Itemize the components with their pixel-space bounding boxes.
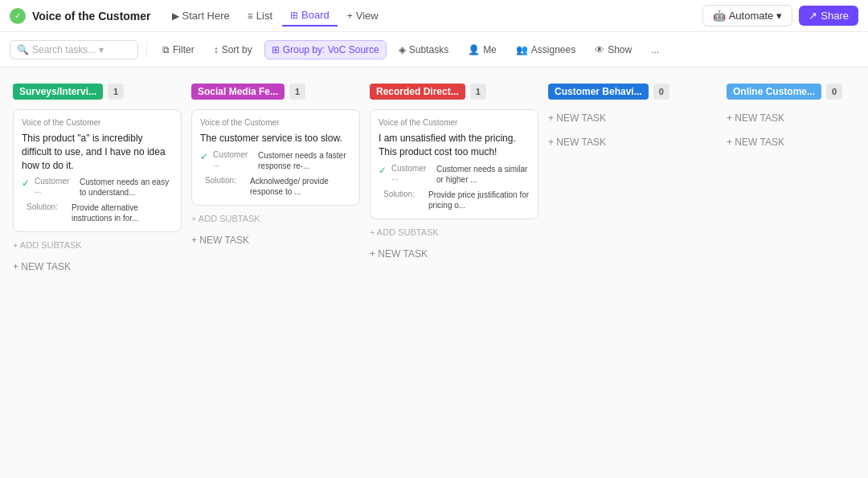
subtask-value: Acknolwedge/ provide response to ... bbox=[250, 176, 351, 197]
search-chevron: ▾ bbox=[99, 44, 104, 55]
tab-start-here[interactable]: ▶ Start Here bbox=[164, 6, 238, 26]
add-subtask-surveys[interactable]: + ADD SUBTASK bbox=[13, 239, 182, 251]
subtask-value: Provide alternative instructions in for.… bbox=[72, 202, 173, 223]
automate-icon: 🤖 bbox=[713, 10, 726, 22]
card-project: Voice of the Customer bbox=[379, 118, 530, 127]
tab-list[interactable]: ≡ List bbox=[240, 6, 280, 26]
tab-view-label: View bbox=[356, 10, 379, 22]
share-label: Share bbox=[821, 10, 849, 22]
assignees-button[interactable]: 👥 Assignees bbox=[509, 40, 583, 59]
column-label-recorded: Recorded Direct... bbox=[370, 84, 465, 100]
task-card[interactable]: Voice of the CustomerThe customer servic… bbox=[191, 109, 360, 206]
subtasks-label: Subtasks bbox=[409, 44, 448, 55]
add-task-online[interactable]: + NEW TASK bbox=[727, 133, 868, 151]
group-by-button[interactable]: ⊞ Group by: VoC Source bbox=[264, 40, 387, 59]
list-icon: ≡ bbox=[248, 10, 253, 22]
subtasks-button[interactable]: ◈ Subtasks bbox=[391, 40, 456, 59]
board: Surveys/Intervi...1Voice of the Customer… bbox=[0, 67, 868, 478]
column-header-behavior: Customer Behavi...0 bbox=[548, 80, 717, 103]
column-count-behavior: 0 bbox=[653, 84, 669, 100]
nav-tabs: ▶ Start Here ≡ List ⊞ Board + View bbox=[164, 5, 387, 27]
more-button[interactable]: ... bbox=[644, 40, 666, 59]
column-online: Online Custome...0+ NEW TASK+ NEW TASK bbox=[727, 80, 868, 465]
sort-label: Sort by bbox=[222, 44, 252, 55]
add-task-social[interactable]: + NEW TASK bbox=[191, 231, 360, 249]
card-project: Voice of the Customer bbox=[200, 118, 351, 127]
column-label-surveys: Surveys/Intervi... bbox=[13, 84, 103, 100]
subtask-value: Provide price justification for pricing … bbox=[428, 190, 530, 210]
me-label: Me bbox=[483, 44, 497, 55]
subtask-row: ✓Customer ...Customer needs a similar or… bbox=[379, 164, 530, 185]
top-right-actions: 🤖 Automate ▾ ↗ Share bbox=[702, 5, 858, 27]
automate-chevron: ▾ bbox=[776, 10, 782, 22]
add-task-behavior[interactable]: + NEW TASK bbox=[548, 133, 717, 151]
column-count-surveys: 1 bbox=[108, 84, 124, 100]
column-label-online: Online Custome... bbox=[727, 84, 821, 100]
show-button[interactable]: 👁 Show bbox=[588, 40, 639, 59]
subtask-label: Solution: bbox=[205, 176, 245, 185]
subtask-row: ✓Customer ...Customer needs an easy to u… bbox=[22, 177, 173, 198]
toolbar: 🔍 Search tasks... ▾ ⧉ Filter ↕ Sort by ⊞… bbox=[0, 32, 868, 67]
group-icon: ⊞ bbox=[272, 44, 280, 55]
sort-button[interactable]: ↕ Sort by bbox=[207, 40, 260, 59]
column-count-online: 0 bbox=[826, 84, 842, 100]
card-project: Voice of the Customer bbox=[22, 118, 173, 127]
me-button[interactable]: 👤 Me bbox=[461, 40, 504, 59]
filter-button[interactable]: ⧉ Filter bbox=[155, 40, 202, 59]
board-icon: ⊞ bbox=[290, 10, 298, 21]
column-header-surveys: Surveys/Intervi...1 bbox=[13, 80, 182, 103]
tab-view[interactable]: + View bbox=[339, 6, 387, 26]
me-icon: 👤 bbox=[468, 44, 480, 55]
column-header-recorded: Recorded Direct...1 bbox=[370, 80, 538, 103]
column-behavior: Customer Behavi...0+ NEW TASK+ NEW TASK bbox=[548, 80, 717, 465]
subtask-label: Customer ... bbox=[213, 150, 253, 168]
share-icon: ↗ bbox=[809, 10, 817, 22]
assignees-label: Assignees bbox=[531, 44, 575, 55]
subtask-label: Solution: bbox=[27, 202, 67, 211]
add-task-top-online[interactable]: + NEW TASK bbox=[727, 109, 868, 127]
subtask-value: Customer needs a faster response re-... bbox=[258, 150, 351, 171]
add-subtask-social[interactable]: + ADD SUBTASK bbox=[191, 212, 360, 225]
column-surveys: Surveys/Intervi...1Voice of the Customer… bbox=[13, 80, 182, 465]
subtask-label: Customer ... bbox=[35, 177, 75, 194]
task-card[interactable]: Voice of the CustomerI am unsatisfied wi… bbox=[370, 109, 538, 219]
column-recorded: Recorded Direct...1Voice of the Customer… bbox=[370, 80, 538, 465]
add-task-recorded[interactable]: + NEW TASK bbox=[370, 245, 538, 263]
check-icon: ✓ bbox=[379, 165, 387, 176]
subtask-row: Solution:Provide alternative instruction… bbox=[22, 202, 173, 223]
automate-button[interactable]: 🤖 Automate ▾ bbox=[702, 5, 793, 27]
share-button[interactable]: ↗ Share bbox=[799, 6, 858, 26]
check-icon: ✓ bbox=[22, 178, 30, 189]
task-card[interactable]: Voice of the CustomerThis product "a" is… bbox=[13, 109, 182, 232]
search-placeholder: Search tasks... bbox=[32, 44, 96, 55]
view-icon: + bbox=[347, 10, 353, 22]
app-icon: ✓ bbox=[10, 8, 26, 24]
search-box[interactable]: 🔍 Search tasks... ▾ bbox=[10, 40, 138, 59]
add-subtask-recorded[interactable]: + ADD SUBTASK bbox=[370, 226, 538, 239]
add-task-top-behavior[interactable]: + NEW TASK bbox=[548, 109, 717, 127]
subtask-row: Solution:Provide price justification for… bbox=[379, 190, 530, 210]
subtask-value: Customer needs a similar or higher ... bbox=[436, 164, 530, 185]
column-social: Social Media Fe...1Voice of the Customer… bbox=[191, 80, 360, 465]
column-count-social: 1 bbox=[289, 84, 305, 100]
show-label: Show bbox=[608, 44, 632, 55]
subtask-row: ✓Customer ...Customer needs a faster res… bbox=[200, 150, 351, 171]
filter-label: Filter bbox=[173, 44, 194, 55]
check-icon: ✓ bbox=[200, 151, 208, 162]
card-title: I am unsatisfied with the pricing. This … bbox=[379, 132, 530, 159]
tab-list-label: List bbox=[256, 10, 272, 22]
tab-start-here-label: Start Here bbox=[182, 10, 230, 22]
column-count-recorded: 1 bbox=[470, 84, 486, 100]
subtask-value: Customer needs an easy to understand... bbox=[80, 177, 173, 198]
show-icon: 👁 bbox=[595, 44, 604, 55]
search-icon: 🔍 bbox=[17, 44, 29, 55]
column-label-social: Social Media Fe... bbox=[191, 84, 285, 100]
app-title: Voice of the Customer bbox=[32, 10, 151, 22]
card-title: The customer service is too slow. bbox=[200, 132, 351, 145]
start-here-icon: ▶ bbox=[172, 10, 179, 22]
subtask-label: Solution: bbox=[383, 190, 424, 198]
add-task-surveys[interactable]: + NEW TASK bbox=[13, 258, 182, 276]
tab-board[interactable]: ⊞ Board bbox=[282, 5, 338, 27]
tab-board-label: Board bbox=[301, 9, 330, 21]
column-label-behavior: Customer Behavi... bbox=[548, 84, 649, 100]
